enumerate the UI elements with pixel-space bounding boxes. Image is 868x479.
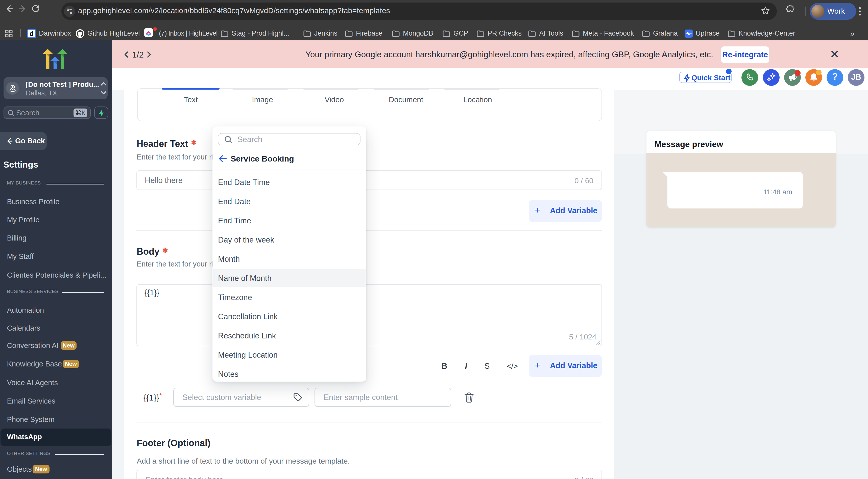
svg-text:d: d <box>30 30 34 37</box>
